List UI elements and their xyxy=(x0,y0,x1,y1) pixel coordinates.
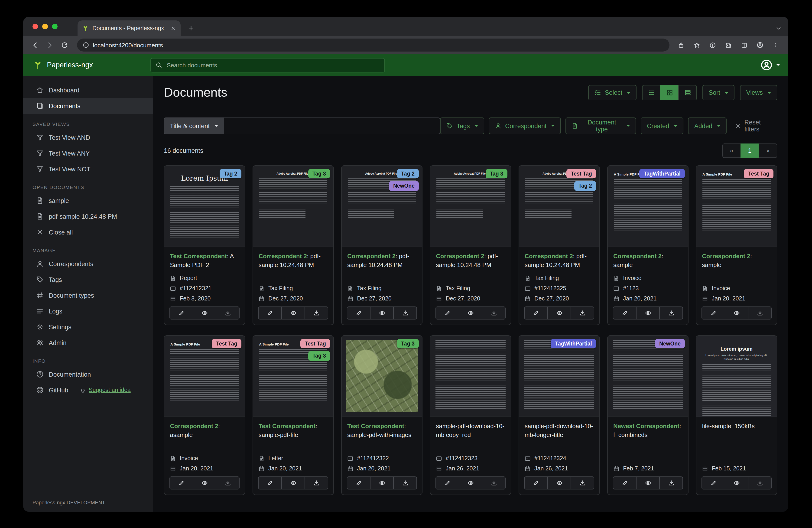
tab-search-chevron-icon[interactable] xyxy=(775,25,782,32)
download-button[interactable] xyxy=(216,476,240,489)
tag-badge[interactable]: TagWithPartial xyxy=(551,339,596,348)
edit-button[interactable] xyxy=(170,306,193,319)
sort-button[interactable]: Sort xyxy=(703,85,735,100)
share-icon[interactable] xyxy=(675,39,687,51)
document-thumbnail[interactable]: Adobe Acrobat PDF FilesTest TagTag 2 xyxy=(519,166,599,247)
sidebar-item-document-types[interactable]: Document types xyxy=(23,287,153,303)
filter-text-input[interactable] xyxy=(224,117,440,134)
tag-badge[interactable]: Test Tag xyxy=(567,169,596,179)
edit-button[interactable] xyxy=(701,476,725,489)
pagination-page-1-button[interactable]: 1 xyxy=(740,143,759,158)
search-input[interactable] xyxy=(166,61,380,69)
view-button[interactable] xyxy=(547,306,571,319)
pagination-prev-button[interactable]: « xyxy=(722,143,741,158)
detail-view-button[interactable] xyxy=(679,85,697,100)
correspondent-link[interactable]: Test Correspondent xyxy=(170,253,227,260)
tag-badge[interactable]: TagWithPartial xyxy=(639,169,685,179)
sidebar-item-pdf-sample-10-24-48-pm[interactable]: pdf-sample 10.24.48 PM xyxy=(23,209,153,224)
suggest-an-idea-link[interactable]: Suggest an idea xyxy=(80,387,131,393)
view-button[interactable] xyxy=(281,306,305,319)
download-button[interactable] xyxy=(482,306,506,319)
sidebar-item-test-view-any[interactable]: Test View ANY xyxy=(23,145,153,161)
sidebar-item-tags[interactable]: Tags xyxy=(23,272,153,287)
tag-badge[interactable]: Tag 3 xyxy=(397,339,419,348)
address-bar[interactable]: localhost:4200/documents xyxy=(77,39,669,52)
sidebar-item-logs[interactable]: Logs xyxy=(23,303,153,319)
correspondent-link[interactable]: Correspondent 2 xyxy=(525,253,573,260)
document-card[interactable]: TagWithPartialsample-pdf-download-10-mb-… xyxy=(519,335,600,495)
filter-correspondent-button[interactable]: Correspondent xyxy=(489,117,561,134)
profile-icon[interactable] xyxy=(754,39,766,51)
list-view-button[interactable] xyxy=(642,85,661,100)
edit-button[interactable] xyxy=(435,476,459,489)
edit-button[interactable] xyxy=(524,306,548,319)
download-button[interactable] xyxy=(393,476,417,489)
filter-added-button[interactable]: Added xyxy=(688,117,727,134)
download-button[interactable] xyxy=(659,306,683,319)
correspondent-link[interactable]: Newest Correspondent xyxy=(613,423,679,430)
correspondent-link[interactable]: Correspondent 2 xyxy=(170,423,218,430)
download-button[interactable] xyxy=(393,306,417,319)
browser-tab[interactable]: Documents - Paperless-ngx xyxy=(77,20,180,36)
new-tab-button[interactable] xyxy=(185,22,197,33)
tag-badge[interactable]: Tag 3 xyxy=(485,169,507,179)
document-thumbnail[interactable]: Adobe Acrobat PDF FilesTag 2NewOne xyxy=(342,166,422,247)
close-window-button[interactable] xyxy=(32,24,38,29)
extensions-puzzle-icon[interactable] xyxy=(722,39,735,51)
global-search[interactable] xyxy=(150,58,385,72)
document-card[interactable]: A Simple PDF FileTest TagCorrespondent 2… xyxy=(696,165,777,325)
view-button[interactable] xyxy=(459,476,482,489)
document-thumbnail[interactable]: Adobe Acrobat PDF FilesTag 3 xyxy=(430,166,511,247)
document-thumbnail[interactable]: Tag 3 xyxy=(342,336,422,417)
document-card[interactable]: Lorem ipsumLorem ipsum dolor sit amet, c… xyxy=(696,335,777,495)
download-button[interactable] xyxy=(482,476,506,489)
reset-filters-button[interactable]: Reset filters xyxy=(735,119,777,133)
tag-badge[interactable]: Tag 2 xyxy=(574,181,596,191)
tag-badge[interactable]: Tag 3 xyxy=(308,169,330,179)
download-button[interactable] xyxy=(305,476,328,489)
filter-created-button[interactable]: Created xyxy=(641,117,684,134)
edit-button[interactable] xyxy=(613,476,637,489)
document-thumbnail[interactable] xyxy=(430,336,511,417)
document-thumbnail[interactable]: Lorem ipsumLorem ipsum dolor sit amet, c… xyxy=(696,336,777,417)
status-circle-icon[interactable] xyxy=(707,39,719,51)
edit-button[interactable] xyxy=(347,306,371,319)
document-thumbnail[interactable]: Adobe Acrobat PDF FilesTag 3 xyxy=(253,166,333,247)
correspondent-link[interactable]: Correspondent 2 xyxy=(613,253,662,260)
edit-button[interactable] xyxy=(347,476,371,489)
download-button[interactable] xyxy=(570,476,594,489)
document-card[interactable]: A Simple PDF FileTest TagTag 3Test Corre… xyxy=(252,335,334,495)
reload-button[interactable] xyxy=(58,38,72,52)
view-button[interactable] xyxy=(193,476,216,489)
tag-badge[interactable]: Test Tag xyxy=(744,169,773,179)
sidebar-item-github[interactable]: GitHubSuggest an idea xyxy=(23,382,153,398)
sidebar-item-test-view-and[interactable]: Test View AND xyxy=(23,130,153,145)
bookmark-star-icon[interactable] xyxy=(691,39,703,51)
edit-button[interactable] xyxy=(170,476,193,489)
view-button[interactable] xyxy=(370,476,394,489)
back-button[interactable] xyxy=(28,38,42,52)
sidebar-item-test-view-not[interactable]: Test View NOT xyxy=(23,161,153,177)
forward-button[interactable] xyxy=(43,38,57,52)
download-button[interactable] xyxy=(748,306,772,319)
correspondent-link[interactable]: Correspondent 2 xyxy=(436,253,484,260)
filter-tags-button[interactable]: Tags xyxy=(440,117,484,134)
document-thumbnail[interactable]: A Simple PDF FileTest TagTag 3 xyxy=(253,336,333,417)
view-button[interactable] xyxy=(725,306,749,319)
site-info-icon[interactable] xyxy=(83,42,89,48)
document-card[interactable]: Adobe Acrobat PDF FilesTag 3Corresponden… xyxy=(430,165,511,325)
tag-badge[interactable]: NewOne xyxy=(389,181,419,191)
tag-badge[interactable]: Test Tag xyxy=(301,339,330,348)
views-button[interactable]: Views xyxy=(740,85,777,100)
download-button[interactable] xyxy=(748,476,772,489)
document-thumbnail[interactable]: NewOne xyxy=(608,336,688,417)
document-card[interactable]: Lorem IpsumTag 2Test Correspondent: A Sa… xyxy=(164,165,245,325)
pagination-next-button[interactable]: » xyxy=(759,143,777,158)
menu-kebab-icon[interactable] xyxy=(770,39,782,51)
download-button[interactable] xyxy=(570,306,594,319)
filter-field-button[interactable]: Title & content xyxy=(164,117,224,134)
view-button[interactable] xyxy=(547,476,571,489)
sidebar-item-close-all[interactable]: Close all xyxy=(23,224,153,240)
document-thumbnail[interactable]: A Simple PDF FileTest Tag xyxy=(696,166,777,247)
download-button[interactable] xyxy=(659,476,683,489)
